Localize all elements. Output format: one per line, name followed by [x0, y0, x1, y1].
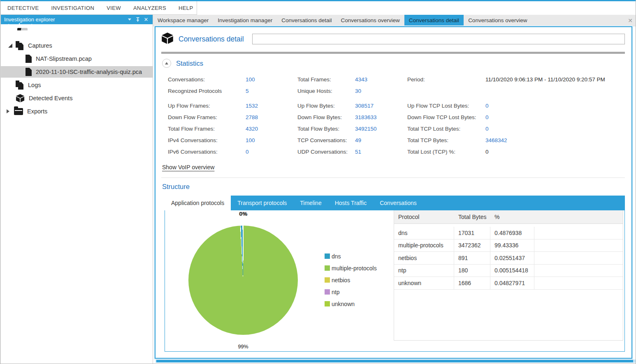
pie-top-label: 0%	[231, 211, 255, 217]
menu-detective[interactable]: DETECTIVE	[7, 5, 39, 11]
column-header-protocol[interactable]: Protocol	[394, 210, 454, 223]
filter-input[interactable]	[252, 34, 625, 44]
close-icon[interactable]: ✕	[142, 16, 150, 23]
stat-up-flow-tcp-lost-bytes: Up Flow TCP Lost Bytes:0	[407, 100, 625, 111]
scrollbar-thumb[interactable]	[156, 360, 633, 362]
stat-down-flow-frames: Down Flow Frames:2788	[168, 111, 297, 123]
protocol-table-header: Protocol Total Bytes %	[394, 210, 623, 224]
stat-recognized-protocols: Recognized Protocols5	[168, 85, 297, 97]
pin-icon[interactable]	[134, 16, 142, 23]
collapse-section-button[interactable]	[162, 59, 171, 68]
structure-title: Structure	[162, 183, 625, 191]
legend-item-netbios: netbios	[325, 274, 377, 286]
pcap-file-icon	[26, 55, 32, 63]
stat-total-lost-tcp-pct: Total Lost (TCP) %:0	[407, 146, 625, 157]
table-row-ntp[interactable]: ntp1800.005154418	[394, 265, 623, 277]
tab-investigation-manager[interactable]: Investigation manager	[213, 15, 277, 26]
menu-analyzers[interactable]: ANALYZERS	[133, 5, 166, 11]
stat-tcp-conversations: TCP Conversations:49	[297, 134, 407, 146]
legend-item-ntp: ntp	[325, 286, 377, 298]
tree-item-label: Logs	[28, 82, 41, 88]
explorer-toolbar: + − + − +	[1, 24, 153, 34]
dropdown-caret-icon[interactable]	[125, 16, 134, 23]
expander-collapsed-icon[interactable]	[7, 109, 9, 113]
page-title: Conversations detail	[179, 35, 244, 44]
protocol-table: Protocol Total Bytes % dns170310.4876938…	[394, 210, 623, 341]
legend-item-multiple-protocols: multiple-protocols	[325, 262, 377, 274]
stat-total-tcp-bytes: Total TCP Bytes:3468342	[407, 134, 625, 146]
tab-conversations-overview-2[interactable]: Conversations overview	[464, 15, 532, 26]
tree-item-label: 2020-11-10-ISC-traffic-analysis-quiz.pca	[36, 69, 142, 75]
tab-workspace-manager[interactable]: Workspace manager	[153, 15, 213, 26]
menu-help[interactable]: HELP	[179, 5, 193, 11]
stat-udp-conversations: UDP Conversations:51	[297, 146, 407, 157]
tree-item-logs[interactable]: Logs	[1, 79, 153, 91]
tree-item-pcap-file[interactable]: NAT-Slipstream.pcap	[1, 53, 153, 65]
stat-ipv4-conversations: IPv4 Conversations:100	[168, 134, 297, 146]
horizontal-scrollbar[interactable]	[156, 359, 636, 363]
legend-item-unknown: unknown	[325, 298, 377, 310]
pcap-file-icon	[26, 68, 32, 76]
tab-conversations[interactable]: Conversations	[373, 196, 423, 210]
show-voip-overview-link[interactable]: Show VoIP overview	[162, 164, 214, 170]
stat-up-flow-frames: Up Flow Frames:1532	[168, 100, 297, 111]
stat-period: Period:11/10/2020 9:06:13 PM - 11/10/202…	[407, 74, 625, 85]
tab-conversations-detail[interactable]: Conversations detail	[277, 15, 336, 26]
tree-item-exports[interactable]: Exports	[1, 106, 153, 117]
tab-hosts-traffic[interactable]: Hosts Traffic	[328, 196, 374, 210]
captures-icon	[16, 41, 24, 50]
tab-application-protocols[interactable]: Application protocols	[165, 196, 231, 210]
column-header-pct[interactable]: %	[490, 210, 534, 223]
stat-down-flow-tcp-lost-bytes: Down Flow TCP Lost Bytes:0	[407, 111, 625, 123]
legend-swatch	[325, 277, 330, 283]
tab-conversations-detail-active[interactable]: Conversations detail	[404, 15, 464, 26]
structure-section: Application protocols Transport protocol…	[165, 196, 625, 352]
divider	[161, 177, 625, 178]
table-row-netbios[interactable]: netbios8910.02551437	[394, 252, 623, 265]
tree-item-label: Captures	[28, 42, 52, 49]
main-area: Workspace manager Investigation manager …	[153, 15, 636, 364]
tree-item-captures[interactable]: Captures	[1, 40, 153, 51]
pie-chart-area: 0% 99% dns multiple-protocols netbios nt…	[165, 210, 394, 351]
tree-item-label: Detected Events	[29, 95, 72, 101]
investigation-explorer-panel: Investigation explorer ✕ + − + − + Captu…	[0, 15, 153, 364]
legend-swatch	[325, 265, 330, 271]
statistics-header: Statistics	[162, 59, 625, 68]
expander-expanded-icon[interactable]	[8, 44, 12, 48]
table-row-unknown[interactable]: unknown16860.04827971	[394, 277, 623, 290]
tab-conversations-overview[interactable]: Conversations overview	[336, 15, 404, 26]
detail-header: Conversations detail	[161, 32, 625, 46]
column-header-total-bytes[interactable]: Total Bytes	[454, 210, 490, 223]
logs-icon	[16, 81, 24, 90]
legend-swatch	[325, 289, 330, 295]
tree-item-label: Exports	[27, 108, 47, 115]
statistics-grid: Conversations:100 Recognized Protocols5 …	[168, 74, 625, 157]
stat-total-tcp-lost-bytes: Total TCP Lost Bytes:0	[407, 123, 625, 134]
stat-up-flow-bytes: Up Flow Bytes:308517	[297, 100, 407, 111]
legend-swatch	[325, 253, 330, 259]
stat-total-frames: Total Frames:4343	[297, 74, 407, 85]
table-row-multiple-protocols[interactable]: multiple-protocols347236299.43336	[394, 240, 623, 252]
conversations-detail-document: Conversations detail Statistics Conversa…	[155, 26, 632, 359]
cube-icon	[161, 32, 174, 46]
stat-ipv6-conversations: IPv6 Conversations:0	[168, 146, 297, 157]
tree-item-detected-events[interactable]: Detected Events	[1, 92, 153, 104]
menu-investigation[interactable]: INVESTIGATION	[51, 5, 95, 11]
document-tabstrip: Workspace manager Investigation manager …	[153, 15, 636, 26]
menu-bar: DETECTIVE INVESTIGATION VIEW ANALYZERS H…	[0, 1, 197, 15]
stat-conversations: Conversations:100	[168, 74, 297, 85]
pie-chart[interactable]	[188, 226, 298, 335]
tabstrip-close-icon[interactable]: ✕	[625, 15, 636, 26]
application-window: DETECTIVE INVESTIGATION VIEW ANALYZERS H…	[0, 0, 636, 364]
stat-total-flow-frames: Total Flow Frames:4320	[168, 123, 297, 134]
stat-unique-hosts: Unique Hosts:30	[297, 85, 407, 97]
pie-bottom-label: 99%	[225, 344, 262, 350]
open-folder-icon	[14, 108, 23, 115]
tab-transport-protocols[interactable]: Transport protocols	[231, 196, 293, 210]
section-divider	[161, 52, 625, 54]
stat-down-flow-bytes: Down Flow Bytes:3183633	[297, 111, 407, 123]
tab-timeline[interactable]: Timeline	[293, 196, 328, 210]
menu-view[interactable]: VIEW	[107, 5, 121, 11]
table-row-dns[interactable]: dns170310.4876938	[394, 227, 623, 240]
tree-item-pcap-file-selected[interactable]: 2020-11-10-ISC-traffic-analysis-quiz.pca	[1, 66, 153, 78]
